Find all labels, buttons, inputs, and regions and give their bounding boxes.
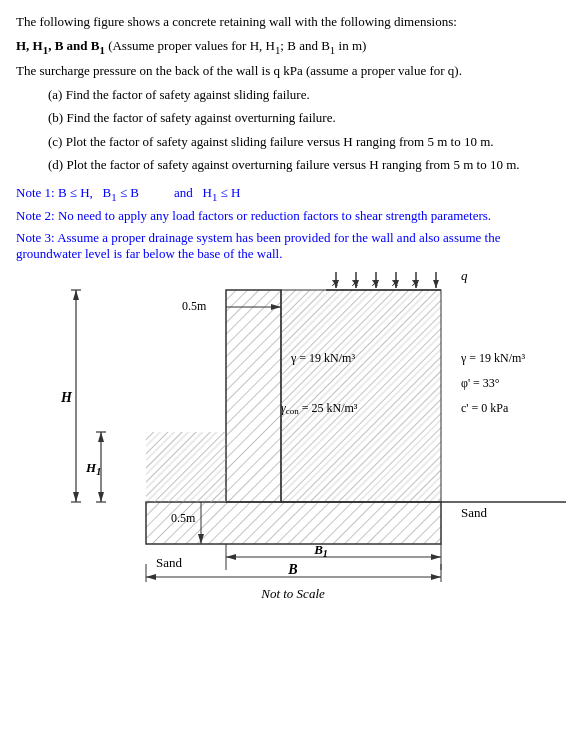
dims-rest: (Assume proper values for H, H1; B and B… (105, 38, 366, 53)
surcharge-line: The surcharge pressure on the back of th… (16, 61, 570, 81)
intro-section: The following figure shows a concrete re… (16, 12, 570, 81)
B1-right-arrow (431, 554, 441, 560)
q-label: q (461, 272, 468, 283)
B-label: B (287, 562, 297, 577)
soil-left-lower (146, 432, 226, 502)
sand-left-label: Sand (156, 555, 183, 570)
note1: Note 1: B ≤ H, B1 ≤ B H, Hand H1 ≤ H (16, 185, 570, 203)
H-label: H (60, 390, 73, 405)
H-bot-arrow (73, 492, 79, 502)
sand-right-label: Sand (461, 505, 488, 520)
B-left-arrow (146, 574, 156, 580)
wall-stem (226, 290, 281, 502)
H1-top-arrow (98, 432, 104, 442)
notes-section: Note 1: B ≤ H, B1 ≤ B H, Hand H1 ≤ H Not… (16, 185, 570, 263)
c-right-label: c' = 0 kPa (461, 401, 509, 415)
H1-label: H1 (85, 460, 101, 477)
base-height-label: 0.5m (171, 511, 196, 525)
item-d: (d) Plot the factor of safety against ov… (48, 155, 570, 175)
q-arrow6-head (433, 280, 439, 288)
note2: Note 2: No need to apply any load factor… (16, 208, 570, 224)
items-list: (a) Find the factor of safety against sl… (48, 85, 570, 175)
not-to-scale-label: Not to Scale (16, 586, 570, 602)
stem-width-label: 0.5m (182, 299, 207, 313)
dims-line: H, H1, B and B1 (Assume proper values fo… (16, 36, 570, 58)
phi-right-label: φ' = 33° (461, 376, 500, 390)
diagram-svg: × × × × × q H H1 (16, 272, 570, 582)
item-c: (c) Plot the factor of safety against sl… (48, 132, 570, 152)
B1-left-arrow (226, 554, 236, 560)
diagram: × × × × × q H H1 (16, 272, 570, 582)
note3: Note 3: Assume a proper drainage system … (16, 230, 570, 262)
gamma-soil-label: γ = 19 kN/m³ (290, 351, 355, 365)
soil-right (281, 290, 441, 502)
intro-text: The following figure shows a concrete re… (16, 12, 570, 32)
item-a: (a) Find the factor of safety against sl… (48, 85, 570, 105)
dims-bold: H, H1, B and B1 (16, 38, 105, 53)
B-right-arrow (431, 574, 441, 580)
gamma-right-label: γ = 19 kN/m³ (460, 351, 525, 365)
H1-bot-arrow (98, 492, 104, 502)
item-b: (b) Find the factor of safety against ov… (48, 108, 570, 128)
H-top-arrow (73, 290, 79, 300)
